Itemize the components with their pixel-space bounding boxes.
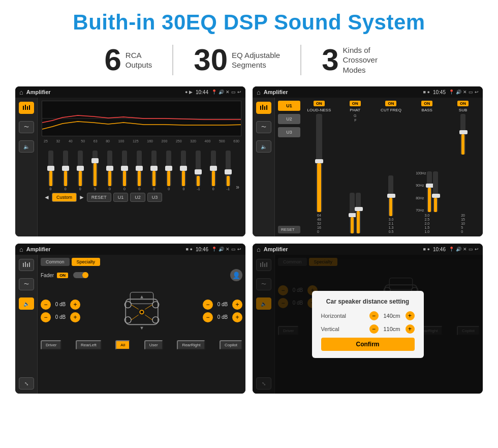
- fader-home-icon[interactable]: ⌂: [19, 246, 23, 253]
- vol-minus-1[interactable]: −: [41, 300, 51, 310]
- eq-next-btn[interactable]: ►: [79, 194, 85, 201]
- freq-125: 125: [133, 139, 139, 143]
- phat-on[interactable]: ON: [350, 101, 361, 106]
- crossover-volume-icon: 🔊: [456, 89, 461, 95]
- svg-line-24: [145, 315, 152, 320]
- dialog-back-icon[interactable]: ↩: [475, 247, 479, 252]
- vol-plus-3[interactable]: +: [232, 300, 242, 310]
- vol-minus-3[interactable]: −: [203, 300, 213, 310]
- crossover-side-btn-speaker[interactable]: 🔈: [256, 140, 271, 153]
- dialog-title: Car speaker distance setting: [321, 298, 415, 305]
- dialog-status-bar: ⌂ Amplifier ■ ● 10:46 📍 🔊 ✕ ▭ ↩: [253, 244, 483, 255]
- fader-btn-all[interactable]: All: [115, 340, 130, 350]
- eq-slider-8[interactable]: 0: [147, 151, 161, 191]
- eq-custom-btn[interactable]: Custom: [52, 193, 77, 202]
- eq-prev-btn[interactable]: ◄: [44, 194, 50, 201]
- fader-toggle[interactable]: [73, 272, 88, 278]
- eq-screen-content: 〜 🔈 25 32 40 50: [15, 98, 245, 236]
- fader-user-icon[interactable]: 👤: [230, 269, 242, 281]
- eq-slider-3[interactable]: 0: [73, 151, 87, 191]
- sub-on[interactable]: ON: [457, 101, 469, 106]
- fader-btn-user[interactable]: User: [144, 340, 163, 350]
- fader-btn-copilot[interactable]: Copilot: [220, 340, 242, 350]
- u2-btn[interactable]: U2: [278, 114, 300, 124]
- fader-btn-driver[interactable]: Driver: [41, 340, 61, 350]
- dialog-vertical-plus[interactable]: +: [406, 324, 415, 334]
- home-icon[interactable]: ⌂: [19, 88, 23, 96]
- bass-slider-g[interactable]: [433, 171, 438, 212]
- dialog-vertical-minus[interactable]: −: [369, 324, 379, 334]
- vol-minus-4[interactable]: −: [203, 312, 213, 322]
- vol-plus-4[interactable]: +: [232, 312, 242, 322]
- eq-side-btn-speaker[interactable]: 🔈: [19, 140, 34, 153]
- cutfreq-slider[interactable]: [388, 175, 393, 216]
- phat-slider-f[interactable]: [356, 193, 361, 233]
- vol-minus-2[interactable]: −: [41, 312, 51, 322]
- freq-630: 630: [233, 139, 239, 143]
- eq-slider-5[interactable]: 0: [103, 151, 116, 191]
- eq-slider-4[interactable]: 5: [88, 151, 102, 191]
- eq-slider-2[interactable]: 0: [58, 151, 72, 191]
- loudness-slider[interactable]: [316, 114, 322, 212]
- eq-u2-btn[interactable]: U2: [130, 193, 145, 202]
- dialog-horizontal-minus[interactable]: −: [369, 311, 379, 320]
- stat-rca-number: 6: [104, 45, 121, 75]
- crossover-home-icon[interactable]: ⌂: [257, 88, 261, 96]
- dialog-horizontal-label: Horizontal: [321, 313, 347, 319]
- fader-tab-specialty[interactable]: Specialty: [72, 258, 101, 266]
- fader-status-icons: 📍 🔊 ✕ ▭ ↩: [211, 247, 241, 252]
- eq-side-btn-eq[interactable]: [19, 102, 34, 114]
- crossover-app-title: Amplifier: [264, 89, 420, 95]
- dialog-home-icon[interactable]: ⌂: [257, 246, 261, 253]
- fader-btn-rearleft[interactable]: RearLeft: [76, 340, 102, 350]
- eq-reset-btn[interactable]: RESET: [87, 193, 111, 202]
- sub-slider[interactable]: [460, 114, 465, 155]
- crossover-side-btn-eq[interactable]: [256, 102, 271, 114]
- eq-sliders-row: 0 0 0 5 0 0 0 0 0 0 -1 0 -1 »: [42, 145, 241, 191]
- eq-slider-7[interactable]: 0: [133, 151, 146, 191]
- fader-btn-rearright[interactable]: RearRight: [177, 340, 205, 350]
- vol-plus-1[interactable]: +: [70, 300, 80, 310]
- crossover-back-icon[interactable]: ↩: [475, 89, 479, 95]
- eq-more-icon[interactable]: »: [236, 184, 239, 191]
- eq-freq-labels: 25 32 40 50 63 80 100 125 160 200 250 32…: [42, 139, 241, 143]
- dialog-horizontal-plus[interactable]: +: [406, 311, 415, 320]
- eq-slider-13[interactable]: -1: [221, 151, 235, 191]
- cutfreq-on[interactable]: ON: [385, 101, 396, 106]
- fader-back-icon[interactable]: ↩: [237, 247, 241, 252]
- vol-plus-2[interactable]: +: [70, 312, 80, 322]
- fader-side-btn-expand[interactable]: ⤡: [19, 377, 34, 390]
- back-icon[interactable]: ↩: [237, 89, 241, 95]
- dialog-status-icons: 📍 🔊 ✕ ▭ ↩: [449, 247, 479, 252]
- freq-63: 63: [94, 139, 98, 143]
- eq-side-btn-wave[interactable]: 〜: [19, 121, 34, 133]
- eq-u3-btn[interactable]: U3: [147, 193, 163, 202]
- sub-col: ON SUB 20 15 10: [446, 101, 480, 233]
- eq-slider-10[interactable]: 0: [177, 151, 191, 191]
- stat-rca: 6 RCA Outputs: [84, 45, 172, 75]
- fader-tab-common[interactable]: Common: [41, 258, 70, 266]
- crossover-time: 10:45: [433, 89, 446, 95]
- fader-side-btn-speaker[interactable]: 🔈: [19, 297, 34, 310]
- eq-slider-6[interactable]: 0: [117, 151, 131, 191]
- phat-slider-g[interactable]: [350, 193, 355, 233]
- eq-u1-btn[interactable]: U1: [113, 193, 129, 202]
- fader-on-badge[interactable]: ON: [57, 273, 68, 278]
- bass-slider-f[interactable]: [427, 171, 432, 212]
- crossover-reset-btn[interactable]: RESET: [278, 226, 300, 233]
- dialog-vertical-row: Vertical − 110cm +: [321, 324, 415, 334]
- freq-80: 80: [106, 139, 110, 143]
- u1-btn[interactable]: U1: [278, 101, 300, 111]
- crossover-side-btn-wave[interactable]: 〜: [256, 121, 271, 133]
- eq-slider-11[interactable]: -1: [192, 151, 205, 191]
- bass-on[interactable]: ON: [421, 101, 432, 106]
- eq-slider-1[interactable]: 0: [44, 151, 57, 191]
- loudness-on[interactable]: ON: [314, 101, 325, 106]
- eq-slider-9[interactable]: 0: [162, 151, 176, 191]
- fader-side-btn-eq[interactable]: [19, 259, 34, 271]
- svg-rect-7: [264, 106, 265, 110]
- eq-slider-12[interactable]: 0: [206, 151, 220, 191]
- u3-btn[interactable]: U3: [278, 127, 300, 137]
- fader-side-btn-wave[interactable]: 〜: [19, 278, 34, 290]
- dialog-confirm-button[interactable]: Confirm: [321, 338, 415, 351]
